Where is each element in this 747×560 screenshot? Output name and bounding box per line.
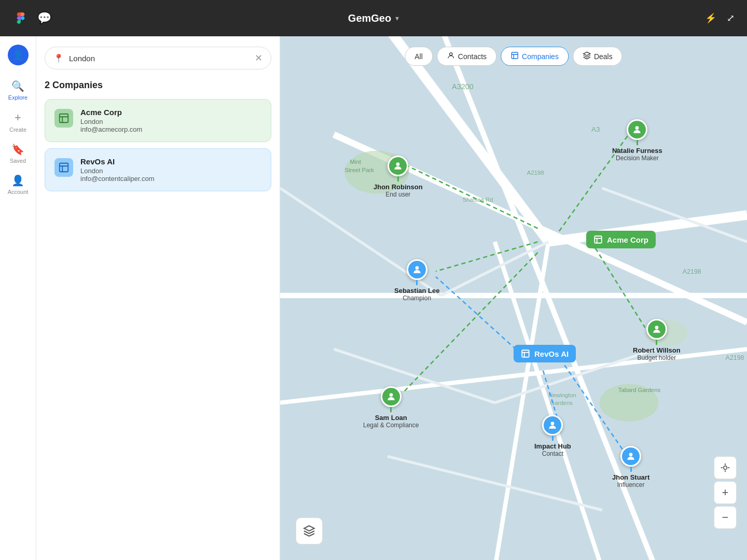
zoom-out-button[interactable]: − [714,506,737,529]
tab-deals-label: Deals [594,52,613,61]
svg-text:Street Park: Street Park [344,167,374,173]
companies-icon [510,51,519,61]
company-email-revos: info@contentcaliper.com [80,175,155,183]
tab-deals[interactable]: Deals [573,47,622,66]
figma-icon[interactable] [12,10,29,26]
sidebar-item-account[interactable]: 👤 Account [3,170,34,199]
map-area[interactable]: A3200 A3 A2198 A2198 A2198 Mint Street P… [280,36,747,560]
svg-text:A2198: A2198 [527,170,544,176]
company-card-acme[interactable]: Acme Corp London info@acmecorp.com [45,99,271,142]
search-panel: 📍 ✕ 2 Companies Acme Corp London info@ac… [36,36,280,560]
saved-icon: 🔖 [11,143,24,156]
sidebar-item-create-label: Create [9,127,26,133]
layer-button[interactable] [296,517,323,544]
company-city-acme: London [80,118,142,125]
svg-text:Tabard Gardens: Tabard Gardens [618,387,661,393]
zoom-in-button[interactable]: + [714,481,737,504]
location-pin-icon: 📍 [53,53,64,63]
sidebar-item-create[interactable]: + Create [3,107,34,137]
company-info-revos: RevOs AI London info@contentcaliper.com [80,157,155,183]
company-info-acme: Acme Corp London info@acmecorp.com [80,108,142,133]
company-icon-revos [54,158,73,177]
dropdown-icon[interactable]: ▾ [395,14,399,22]
svg-text:Mint: Mint [350,159,361,165]
map-controls: + − [714,456,737,529]
sidebar-item-saved-label: Saved [10,158,26,164]
svg-point-44 [449,53,452,55]
tab-all-label: All [414,52,423,61]
svg-text:A3200: A3200 [452,82,474,91]
svg-text:Shalsea Rd: Shalsea Rd [463,197,493,203]
icon-sidebar: 👤 🔍 Explore + Create 🔖 Saved 👤 Account [0,36,36,560]
company-card-inner-revos: RevOs AI London info@contentcaliper.com [54,157,261,183]
create-icon: + [15,111,21,124]
sidebar-item-explore-label: Explore [8,94,27,101]
account-icon: 👤 [11,174,24,187]
sidebar-item-explore[interactable]: 🔍 Explore [3,76,34,105]
map-background: A3200 A3 A2198 A2198 A2198 Mint Street P… [280,36,747,560]
tab-companies-label: Companies [522,52,559,61]
company-name-acme: Acme Corp [80,108,142,117]
map-tabs: All Contacts Companies Deals [405,47,622,66]
company-city-revos: London [80,167,155,175]
expand-icon[interactable]: ⤢ [727,12,735,24]
svg-rect-0 [60,114,68,123]
company-name-revos: RevOs AI [80,157,155,166]
svg-rect-3 [60,163,68,172]
sidebar-item-account-label: Account [8,189,29,195]
topbar-left: 💬 [12,10,51,26]
topbar-center: GemGeo ▾ [348,12,399,24]
main-layout: 👤 🔍 Explore + Create 🔖 Saved 👤 Account 📍… [0,36,747,560]
tab-all[interactable]: All [405,47,433,66]
svg-text:A2198: A2198 [726,354,744,361]
svg-text:Gardens: Gardens [550,400,573,406]
tab-contacts[interactable]: Contacts [437,47,496,66]
svg-rect-45 [511,52,518,59]
svg-text:A3: A3 [591,125,600,133]
topbar-right: ⚡ ⤢ [705,12,735,24]
sidebar-item-saved[interactable]: 🔖 Saved [3,139,34,168]
tab-contacts-label: Contacts [458,52,487,61]
clear-search-button[interactable]: ✕ [255,52,262,64]
svg-point-61 [724,466,727,470]
svg-text:A2198: A2198 [683,268,701,275]
company-icon-acme [54,109,73,128]
topbar: 💬 GemGeo ▾ ⚡ ⤢ [0,0,747,36]
locate-button[interactable] [714,456,737,479]
avatar: 👤 [8,45,29,65]
filter-icon[interactable]: ⚡ [705,12,716,24]
chat-icon[interactable]: 💬 [37,11,51,25]
company-card-inner-acme: Acme Corp London info@acmecorp.com [54,108,261,133]
search-input[interactable] [69,54,250,63]
explore-icon: 🔍 [11,80,24,92]
svg-text:Newington: Newington [548,392,576,398]
deals-icon [583,51,591,61]
tab-companies[interactable]: Companies [501,47,569,66]
app-title: GemGeo [348,12,391,24]
search-box: 📍 ✕ [45,47,271,69]
contacts-icon [447,51,455,61]
results-title: 2 Companies [45,80,271,91]
company-card-revos[interactable]: RevOs AI London info@contentcaliper.com [45,148,271,191]
svg-point-24 [645,319,688,346]
svg-marker-66 [304,526,314,531]
company-email-acme: info@acmecorp.com [80,125,142,133]
